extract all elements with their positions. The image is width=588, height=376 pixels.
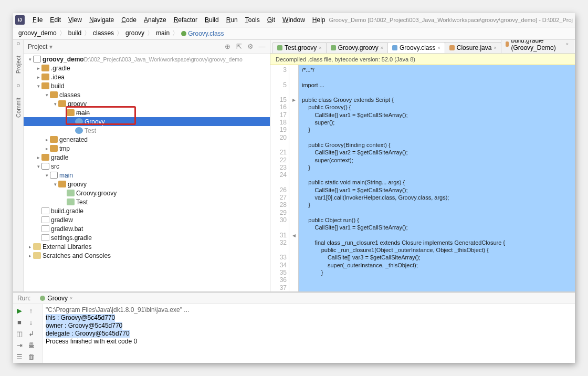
tree-arrow-icon[interactable]: ▾ xyxy=(35,164,41,169)
stop-icon[interactable]: ■ xyxy=(15,318,24,326)
tree-row[interactable]: Test xyxy=(24,126,270,135)
rerun-icon[interactable]: ▶ xyxy=(15,306,24,315)
tree-row[interactable]: Groovy xyxy=(24,117,270,126)
filter-icon[interactable]: ☰ xyxy=(15,352,24,361)
hide-icon[interactable]: — xyxy=(258,43,266,50)
fold-marker[interactable] xyxy=(289,74,298,81)
menu-refactor[interactable]: Refactor xyxy=(170,16,201,24)
fold-marker[interactable] xyxy=(289,126,298,133)
fold-marker[interactable] xyxy=(289,224,298,231)
fold-marker[interactable] xyxy=(289,209,298,216)
target-icon[interactable]: ⊕ xyxy=(224,43,231,50)
breadcrumb-item[interactable]: classes xyxy=(91,29,116,37)
menu-git[interactable]: Git xyxy=(264,16,279,24)
fold-marker[interactable] xyxy=(289,186,298,194)
editor-tab[interactable]: Closure.java× xyxy=(445,42,501,53)
gear-icon[interactable]: ⚙ xyxy=(247,43,254,50)
tree-row[interactable]: build.gradle xyxy=(24,206,270,215)
dropdown-icon[interactable]: ▾ xyxy=(49,43,52,50)
layout-icon[interactable]: ◫ xyxy=(15,329,24,338)
fold-marker[interactable] xyxy=(289,194,298,201)
close-icon[interactable]: × xyxy=(381,45,383,50)
menu-tools[interactable]: Tools xyxy=(242,16,264,24)
tree-arrow-icon[interactable]: ▾ xyxy=(44,92,50,98)
close-icon[interactable]: × xyxy=(566,41,569,47)
breadcrumb-active[interactable]: Groovy.class xyxy=(179,30,226,37)
fold-marker[interactable] xyxy=(289,254,298,261)
menu-build[interactable]: Build xyxy=(201,16,223,24)
tree-row[interactable]: ▸generated xyxy=(24,135,270,144)
tree-row[interactable]: ▾groovy xyxy=(24,99,270,108)
tree-row[interactable]: ▾src xyxy=(24,162,270,171)
tree-row[interactable]: Test xyxy=(24,197,270,206)
close-icon[interactable]: × xyxy=(70,296,72,301)
tree-row[interactable]: Groovy.groovy xyxy=(24,189,270,197)
fold-marker[interactable] xyxy=(289,216,298,224)
fold-marker[interactable] xyxy=(289,149,298,156)
tree-arrow-icon[interactable]: ▸ xyxy=(44,146,50,151)
fold-column[interactable]: ▸◂ xyxy=(289,65,299,291)
tree-row[interactable]: ▸gradle xyxy=(24,153,270,162)
tree-arrow-icon[interactable]: ▾ xyxy=(35,83,41,89)
tree-arrow-icon[interactable]: ▾ xyxy=(52,101,58,107)
project-tool-label[interactable]: Project xyxy=(15,56,22,74)
fold-marker[interactable]: ◂ xyxy=(289,232,298,239)
fold-marker[interactable] xyxy=(289,284,298,291)
close-icon[interactable]: × xyxy=(494,45,496,50)
commit-tool-label[interactable]: Commit xyxy=(15,98,22,118)
fold-marker[interactable] xyxy=(289,103,298,111)
tree-row[interactable]: ▸External Libraries xyxy=(24,242,270,251)
breadcrumb-item[interactable]: groovy xyxy=(123,29,146,37)
menu-view[interactable]: View xyxy=(65,16,86,24)
commit-tool-icon[interactable] xyxy=(17,84,20,87)
breadcrumb-item[interactable]: groovy_demo xyxy=(16,29,59,37)
project-tree[interactable]: ▾groovy_demo D:\002_Project\003_Java_Wor… xyxy=(24,54,270,291)
tree-row[interactable]: ▸Scratches and Consoles xyxy=(24,251,270,260)
menu-navigate[interactable]: Navigate xyxy=(86,16,118,24)
menu-file[interactable]: File xyxy=(29,16,46,24)
fold-marker[interactable] xyxy=(289,134,298,141)
tree-row[interactable]: main xyxy=(24,108,270,117)
menu-analyze[interactable]: Analyze xyxy=(140,16,170,24)
fold-marker[interactable] xyxy=(289,171,298,179)
tree-row[interactable]: ▾groovy xyxy=(24,180,270,189)
menu-edit[interactable]: Edit xyxy=(46,16,65,24)
export-icon[interactable]: ⇥ xyxy=(15,341,24,349)
fold-marker[interactable] xyxy=(289,269,298,276)
trash-icon[interactable]: 🗑 xyxy=(27,352,35,361)
fold-marker[interactable] xyxy=(289,262,298,269)
tree-row[interactable]: settings.gradle xyxy=(24,233,270,242)
console-output[interactable]: "C:\Program Files\Java\jdk1.8.0_91\bin\j… xyxy=(43,304,575,363)
fold-marker[interactable] xyxy=(289,164,298,171)
down-icon[interactable]: ↓ xyxy=(27,318,35,326)
tree-arrow-icon[interactable]: ▸ xyxy=(44,137,50,142)
expand-icon[interactable]: ⇱ xyxy=(235,43,243,50)
editor-tab[interactable]: Groovy.groovy× xyxy=(326,42,388,53)
fold-marker[interactable] xyxy=(289,89,298,96)
run-tab[interactable]: Groovy× xyxy=(37,294,76,303)
fold-marker[interactable] xyxy=(289,246,298,254)
tree-arrow-icon[interactable]: ▾ xyxy=(52,182,58,187)
tree-row[interactable]: ▸.gradle xyxy=(24,64,270,72)
tree-row[interactable]: ▾main xyxy=(24,171,270,180)
breadcrumb-item[interactable]: main xyxy=(154,29,172,37)
tree-row[interactable]: gradlew xyxy=(24,215,270,224)
close-icon[interactable]: × xyxy=(319,45,321,50)
up-icon[interactable]: ↑ xyxy=(27,306,35,315)
tree-row[interactable]: ▸tmp xyxy=(24,144,270,153)
tree-row[interactable]: ▾groovy_demo D:\002_Project\003_Java_Wor… xyxy=(24,55,270,64)
editor-tab[interactable]: Groovy.class× xyxy=(387,42,445,53)
editor-tab[interactable]: build.gradle (Groovy_Demo)× xyxy=(501,40,573,53)
close-icon[interactable]: × xyxy=(438,45,440,50)
tree-arrow-icon[interactable]: ▸ xyxy=(27,244,33,249)
fold-marker[interactable] xyxy=(289,81,298,89)
fold-marker[interactable] xyxy=(289,156,298,164)
menu-help[interactable]: Help xyxy=(309,16,329,24)
fold-marker[interactable] xyxy=(289,201,298,208)
code-text[interactable]: /*...*/ import ... public class Groovy e… xyxy=(299,65,575,291)
tree-arrow-icon[interactable]: ▾ xyxy=(27,57,33,62)
tree-arrow-icon[interactable]: ▸ xyxy=(35,66,41,71)
fold-marker[interactable] xyxy=(289,111,298,119)
code-area[interactable]: 3515161718192021222324262728293031323334… xyxy=(270,65,575,291)
tree-row[interactable]: ▾build xyxy=(24,81,270,90)
